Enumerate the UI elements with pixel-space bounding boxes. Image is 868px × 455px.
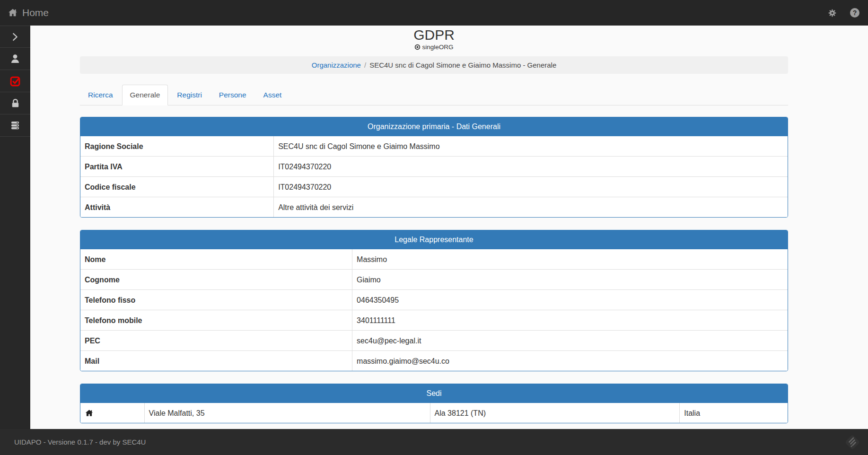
row-label: Cognome bbox=[80, 270, 352, 289]
sidebar-expand-toggle[interactable] bbox=[0, 26, 30, 48]
home-icon bbox=[8, 8, 18, 18]
chevron-right-icon bbox=[10, 32, 20, 42]
gear-icon[interactable] bbox=[827, 8, 837, 18]
panel-title: Legale Rappresentante bbox=[80, 230, 788, 249]
topbar: Home ? bbox=[0, 0, 868, 26]
row-label: Mail bbox=[80, 351, 352, 371]
footer-version-text: UIDAPO - Versione 0.1.7 - dev by SEC4U bbox=[14, 438, 146, 446]
table-row: Telefono fisso 0464350495 bbox=[80, 289, 788, 310]
help-icon[interactable]: ? bbox=[850, 8, 859, 18]
sidebar bbox=[0, 26, 30, 429]
table-row: Mail massimo.giaimo@sec4u.co bbox=[80, 350, 788, 371]
table-row: Telefono mobile 3401111111 bbox=[80, 310, 788, 330]
row-label: Codice fiscale bbox=[80, 177, 273, 197]
row-value: Massimo bbox=[352, 249, 788, 269]
org-badge-label: singleORG bbox=[422, 44, 453, 51]
sede-address: Viale Malfatti, 35 bbox=[144, 403, 430, 423]
diamond-stripes-logo-icon bbox=[842, 432, 862, 452]
table-row: Ragione Sociale SEC4U snc di Cagol Simon… bbox=[80, 136, 788, 156]
row-value: massimo.giaimo@sec4u.co bbox=[352, 351, 788, 371]
breadcrumb-link-organizzazione[interactable]: Organizzazione bbox=[312, 61, 361, 69]
row-label: Partita IVA bbox=[80, 157, 273, 176]
row-value: Giaimo bbox=[352, 270, 788, 289]
tab-generale[interactable]: Generale bbox=[122, 85, 168, 105]
sede-country: Italia bbox=[679, 403, 788, 423]
row-value: sec4u@pec-legal.it bbox=[352, 331, 788, 350]
sidebar-item-tasks[interactable] bbox=[0, 70, 30, 92]
row-value: IT02494370220 bbox=[273, 177, 788, 197]
row-value: Altre attività dei servizi bbox=[273, 197, 788, 217]
footer: UIDAPO - Versione 0.1.7 - dev by SEC4U bbox=[0, 429, 868, 455]
panel-dati-generali: Organizzazione primaria - Dati Generali … bbox=[80, 117, 788, 218]
row-label: Telefono mobile bbox=[80, 310, 352, 330]
panel-title: Sedi bbox=[80, 384, 788, 403]
table-row: Cognome Giaimo bbox=[80, 269, 788, 289]
breadcrumb-current: SEC4U snc di Cagol Simone e Giaimo Massi… bbox=[369, 61, 556, 69]
row-label: Ragione Sociale bbox=[80, 136, 273, 156]
check-square-icon bbox=[9, 75, 21, 87]
row-value: IT02494370220 bbox=[273, 157, 788, 176]
dot-circle-icon bbox=[414, 44, 421, 50]
row-label: PEC bbox=[80, 331, 352, 350]
page-title: GDPR bbox=[80, 27, 788, 43]
topbar-actions: ? bbox=[827, 8, 860, 18]
home-label: Home bbox=[22, 7, 49, 18]
tab-asset[interactable]: Asset bbox=[255, 85, 290, 105]
panel-title: Organizzazione primaria - Dati Generali bbox=[80, 117, 788, 136]
home-button[interactable]: Home bbox=[8, 7, 49, 18]
panel-sedi: Sedi Viale Malfatti, 35 Ala 38121 (TN) I… bbox=[80, 384, 788, 423]
tab-registri[interactable]: Registri bbox=[169, 85, 210, 105]
user-icon bbox=[9, 53, 21, 64]
table-row: Attività Altre attività dei servizi bbox=[80, 197, 788, 217]
sidebar-item-security[interactable] bbox=[0, 92, 30, 114]
row-label: Telefono fisso bbox=[80, 290, 352, 310]
lock-icon bbox=[10, 98, 21, 109]
tab-ricerca[interactable]: Ricerca bbox=[80, 85, 121, 105]
sidebar-item-assets[interactable] bbox=[0, 114, 30, 137]
server-icon bbox=[9, 120, 21, 131]
sidebar-item-users[interactable] bbox=[0, 48, 30, 70]
breadcrumb: Organizzazione / SEC4U snc di Cagol Simo… bbox=[80, 56, 788, 74]
home-icon bbox=[80, 403, 144, 423]
table-row: Codice fiscale IT02494370220 bbox=[80, 176, 788, 197]
org-badge: singleORG bbox=[80, 44, 788, 51]
table-row: Partita IVA IT02494370220 bbox=[80, 156, 788, 176]
panel-legale-rappresentante: Legale Rappresentante Nome Massimo Cogno… bbox=[80, 230, 788, 371]
row-value: 3401111111 bbox=[352, 310, 788, 330]
table-row: Nome Massimo bbox=[80, 249, 788, 269]
row-value: SEC4U snc di Cagol Simone e Giaimo Massi… bbox=[273, 136, 788, 156]
main-content: GDPR singleORG Organizzazione / SEC4U sn… bbox=[30, 26, 868, 429]
table-row: PEC sec4u@pec-legal.it bbox=[80, 330, 788, 350]
tab-bar: Ricerca Generale Registri Persone Asset bbox=[80, 85, 788, 105]
tab-persone[interactable]: Persone bbox=[211, 85, 254, 105]
sede-row: Viale Malfatti, 35 Ala 38121 (TN) Italia bbox=[80, 403, 788, 423]
breadcrumb-separator: / bbox=[364, 61, 366, 69]
row-value: 0464350495 bbox=[352, 290, 788, 310]
row-label: Attività bbox=[80, 197, 273, 217]
row-label: Nome bbox=[80, 249, 352, 269]
sede-city: Ala 38121 (TN) bbox=[430, 403, 680, 423]
